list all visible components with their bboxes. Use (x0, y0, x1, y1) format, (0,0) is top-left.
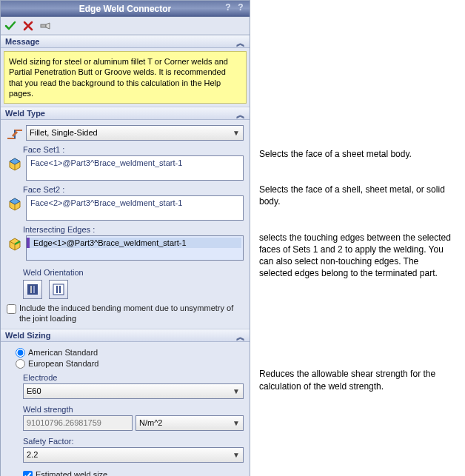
radio-european[interactable]: European Standard (16, 359, 244, 369)
orientation-option-2[interactable] (49, 280, 68, 299)
collapse-icon[interactable]: ︽ (236, 331, 245, 343)
weld-type-title: Weld Type (5, 109, 45, 118)
safety-value: 2.2 (27, 450, 38, 459)
weld-orientation-label: Weld Orientation (23, 268, 244, 277)
svg-rect-1 (27, 284, 38, 295)
pin-icon[interactable] (39, 19, 53, 33)
list-item[interactable]: Face<2>@Part3^Brace_weldment_start-1 (28, 198, 241, 208)
caret-down-icon: ▼ (232, 419, 240, 427)
help-button-1[interactable]: ? (222, 1, 234, 13)
weld-type-select[interactable]: Fillet, Single-Sided ▼ (26, 125, 244, 141)
radio-american-input[interactable] (16, 348, 25, 358)
toolbar (1, 17, 250, 35)
electrode-label: Electrode (23, 373, 244, 382)
weld-sizing-header[interactable]: Weld Sizing ︽ (1, 329, 250, 342)
face-set2-icon (7, 195, 23, 212)
list-item[interactable]: Face<1>@Part3^Brace_weldment_start-1 (28, 158, 241, 168)
radio-european-input[interactable] (16, 359, 25, 369)
svg-rect-3 (33, 286, 35, 293)
face-set1-label: Face Set1 : (23, 145, 244, 154)
list-item[interactable]: Edge<1>@Part3^Brace_weldment_start-1 (27, 238, 241, 248)
help-button-2[interactable]: ? (235, 1, 247, 13)
intersect-edges-icon (7, 235, 23, 252)
weld-sizing-title: Weld Sizing (5, 331, 51, 340)
message-header[interactable]: Message ︽ (1, 35, 250, 48)
face-set2-label: Face Set2 : (23, 185, 244, 194)
svg-rect-0 (41, 24, 46, 27)
face-set1-listbox[interactable]: Face<1>@Part3^Brace_weldment_start-1 (26, 155, 244, 181)
face-set1-icon (7, 155, 23, 172)
svg-rect-5 (56, 286, 58, 293)
electrode-value: E60 (27, 386, 41, 395)
message-body: Weld sizing for steel or aluminum fillet… (4, 51, 247, 104)
collapse-icon[interactable]: ︽ (236, 109, 245, 121)
weld-type-selected: Fillet, Single-Sided (30, 128, 98, 137)
title-text: Edge Weld Connector (79, 4, 171, 14)
orientation-option-1[interactable] (23, 280, 42, 299)
caret-down-icon: ▼ (232, 129, 240, 137)
est-weld-label: Estimated weld size (36, 470, 107, 476)
bending-moment-checkbox[interactable] (7, 304, 16, 314)
svg-rect-4 (53, 284, 64, 295)
intersect-label: Intersecting Edges : (23, 225, 244, 234)
cancel-icon[interactable] (21, 19, 35, 33)
svg-rect-2 (30, 286, 32, 293)
property-manager-panel: Edge Weld Connector ? ? Message ︽ Weld s… (0, 0, 250, 476)
strength-field (23, 415, 133, 431)
message-title: Message (5, 37, 39, 46)
caret-down-icon: ▼ (232, 451, 240, 459)
caret-down-icon: ▼ (232, 387, 240, 395)
est-weld-checkbox[interactable] (23, 471, 33, 476)
safety-label: Safety Factor: (23, 437, 244, 446)
collapse-icon[interactable]: ︽ (236, 37, 245, 50)
titlebar: Edge Weld Connector ? ? (1, 1, 250, 17)
safety-factor-select[interactable]: 2.2 ▼ (23, 447, 244, 463)
annotation-text: Reduces the allowable shear strength for… (259, 368, 452, 392)
svg-rect-6 (59, 286, 61, 293)
weld-type-icon (7, 124, 23, 141)
weld-type-header[interactable]: Weld Type ︽ (1, 107, 250, 120)
strength-label: Weld strength (23, 405, 244, 414)
ok-icon[interactable] (4, 19, 17, 33)
annotation-text: selects the touching edges between the s… (259, 232, 452, 280)
electrode-select[interactable]: E60 ▼ (23, 383, 244, 399)
bending-moment-label: Include the induced bending moment due t… (19, 304, 244, 324)
intersect-edges-listbox[interactable]: Edge<1>@Part3^Brace_weldment_start-1 (26, 235, 244, 261)
annotation-text: Selects the face of a shell, sheet metal… (259, 184, 452, 207)
annotations-panel: Selects the face of a sheet metal body. … (259, 0, 452, 416)
face-set2-listbox[interactable]: Face<2>@Part3^Brace_weldment_start-1 (26, 195, 244, 221)
annotation-text: Selects the face of a sheet metal body. (259, 148, 452, 160)
strength-unit-select[interactable]: N/m^2 ▼ (136, 415, 244, 431)
radio-american[interactable]: American Standard (16, 348, 244, 358)
